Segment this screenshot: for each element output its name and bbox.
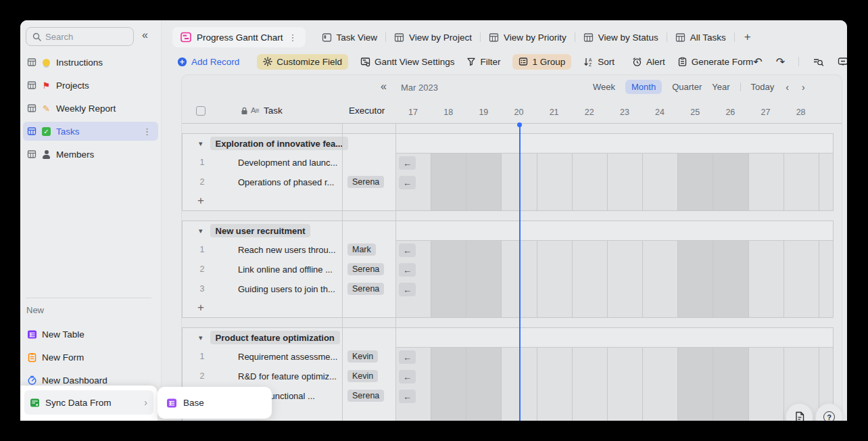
today-button[interactable]: Today <box>751 82 775 92</box>
arrow-left-icon: ← <box>403 392 412 402</box>
alert-button[interactable]: Alert <box>632 57 665 67</box>
group-title-tag[interactable]: Exploration of innovative fea... <box>210 137 349 150</box>
scroll-to-bar-button[interactable]: ← <box>399 370 416 384</box>
table-gantt-divider[interactable] <box>395 124 396 421</box>
search-input[interactable]: Search <box>26 27 134 46</box>
base-menu-item[interactable]: Base <box>183 398 204 408</box>
row-number: 2 <box>196 371 208 381</box>
table-row[interactable]: 2 R&D for feature optimiz... Kevin <box>183 367 396 386</box>
sidebar-collapse-icon[interactable]: « <box>142 29 148 41</box>
task-cell[interactable]: Requirement assessme... <box>238 352 341 362</box>
task-cell[interactable]: Link online and offline ... <box>238 264 341 275</box>
gantt-view-settings-button[interactable]: Gantt View Settings <box>360 57 454 67</box>
zoom-quarter[interactable]: Quarter <box>672 82 702 92</box>
lock-icon <box>241 107 248 115</box>
executor-tag[interactable]: Serena <box>347 263 384 275</box>
tab-view-by-status[interactable]: View by Status <box>575 32 667 43</box>
task-cell[interactable]: Development and launc... <box>238 158 341 168</box>
gantt-gridlines <box>396 241 833 317</box>
executor-tag[interactable]: Serena <box>347 176 384 188</box>
redo-icon[interactable]: ↷ <box>776 55 785 68</box>
scroll-to-bar-button[interactable]: ← <box>399 263 416 277</box>
table-row[interactable]: 2 Link online and offline ... Serena <box>183 260 396 279</box>
sidebar-item-label: Instructions <box>56 57 103 68</box>
base-submenu-popup[interactable]: Base <box>158 387 272 419</box>
sidebar-item-tasks[interactable]: ✓ Tasks ⋮ <box>23 122 158 141</box>
group-title-tag[interactable]: Product feature optimization <box>210 331 340 344</box>
generate-form-button[interactable]: Generate Form <box>677 57 754 67</box>
new-table-button[interactable]: New Table <box>23 325 158 344</box>
sidebar-item-members[interactable]: Members <box>23 145 158 164</box>
group-button[interactable]: 1 Group <box>512 54 571 70</box>
add-row[interactable]: + <box>183 192 396 211</box>
sidebar-item-projects[interactable]: ⚑ Projects <box>23 76 158 95</box>
select-all-checkbox[interactable] <box>196 106 206 116</box>
scroll-to-bar-button[interactable]: ← <box>399 390 416 403</box>
table-row[interactable]: 1 Development and launc... <box>183 153 396 172</box>
table-collapse-icon[interactable]: « <box>381 80 387 93</box>
sort-button[interactable]: A Z Sort <box>583 57 614 67</box>
tab-all-tasks[interactable]: All Tasks <box>667 32 734 43</box>
alarm-clock-icon <box>632 57 642 67</box>
more-icon[interactable]: ⋮ <box>143 126 151 137</box>
zoom-year[interactable]: Year <box>712 82 729 92</box>
comment-icon[interactable] <box>838 57 847 67</box>
table-row[interactable]: 3 Guiding users to join th... Serena <box>183 279 396 299</box>
executor-tag[interactable]: Kevin <box>347 350 378 363</box>
tab-label: View by Status <box>598 32 658 43</box>
tab-view-by-priority[interactable]: View by Priority <box>481 32 575 43</box>
executor-tag[interactable]: Serena <box>347 283 384 295</box>
tab-task-view[interactable]: Task View <box>314 32 386 43</box>
group-title-tag[interactable]: New user recruitment <box>210 224 311 237</box>
executor-tag[interactable]: Kevin <box>347 370 378 382</box>
add-view-button[interactable]: + <box>735 30 761 44</box>
next-period-icon[interactable]: › <box>800 82 806 93</box>
sidebar-item-instructions[interactable]: Instructions <box>23 53 158 72</box>
table-icon <box>583 32 594 43</box>
add-row[interactable]: + <box>183 299 396 318</box>
tab-progress-gantt-chart[interactable]: Progress Gantt Chart ⋮ <box>172 27 306 47</box>
zoom-month-selected[interactable]: Month <box>625 80 662 94</box>
scroll-to-bar-button[interactable]: ← <box>399 283 416 296</box>
collapse-caret-icon[interactable]: ▾ <box>199 227 203 235</box>
customize-field-button[interactable]: Customize Field <box>257 54 348 70</box>
add-record-button[interactable]: Add Record <box>177 57 239 67</box>
plus-icon[interactable]: + <box>197 194 204 208</box>
scroll-to-bar-button[interactable]: ← <box>399 176 416 189</box>
table-row[interactable]: 1 Reach new users throu... Mark <box>183 240 396 260</box>
prev-period-icon[interactable]: ‹ <box>784 82 790 93</box>
tab-more-icon[interactable]: ⋮ <box>289 32 297 43</box>
day-header: 25 <box>677 108 713 117</box>
task-cell[interactable]: Guiding users to join th... <box>238 284 341 294</box>
zoom-week[interactable]: Week <box>593 82 615 92</box>
task-cell[interactable]: Operations of phased r... <box>238 177 341 187</box>
task-cell[interactable]: Reach new users throu... <box>238 245 341 255</box>
gantt-group-block: ▾ Product feature optimization 1 Require… <box>182 327 834 421</box>
tab-view-by-project[interactable]: View by Project <box>386 32 480 43</box>
search-records-icon[interactable] <box>813 57 824 67</box>
executor-tag[interactable]: Serena <box>347 390 384 402</box>
executor-column-header[interactable]: Executor <box>349 106 385 116</box>
filter-button[interactable]: Filter <box>466 57 500 67</box>
sync-data-from-menu-item[interactable]: Sync Data From › <box>24 390 153 415</box>
scroll-to-bar-button[interactable]: ← <box>399 350 416 364</box>
scroll-to-bar-button[interactable]: ← <box>399 243 416 257</box>
plus-icon[interactable]: + <box>197 301 204 315</box>
task-column-header[interactable]: Task <box>264 106 283 116</box>
table-row[interactable]: 2 Operations of phased r... Serena <box>183 172 396 192</box>
table-row[interactable]: 1 Requirement assessme... Kevin <box>183 347 396 367</box>
undo-icon[interactable]: ↶ <box>753 55 762 68</box>
task-cell[interactable]: R&D for feature optimiz... <box>238 371 341 381</box>
sidebar-item-weekly-report[interactable]: ✎ Weekly Report <box>23 99 158 118</box>
sidebar-item-label: Tasks <box>56 126 80 137</box>
scroll-to-bar-button[interactable]: ← <box>399 156 416 170</box>
executor-tag[interactable]: Mark <box>347 243 376 256</box>
collapse-caret-icon[interactable]: ▾ <box>199 139 203 148</box>
collapse-caret-icon[interactable]: ▾ <box>199 333 203 342</box>
pink-gantt-icon <box>180 32 191 43</box>
day-header: 22 <box>572 108 607 117</box>
tab-label: Progress Gantt Chart <box>197 32 283 43</box>
main-area: Progress Gantt Chart ⋮ Task View View b <box>162 20 847 421</box>
row-number: 1 <box>196 352 208 361</box>
new-form-button[interactable]: New Form <box>23 348 158 367</box>
